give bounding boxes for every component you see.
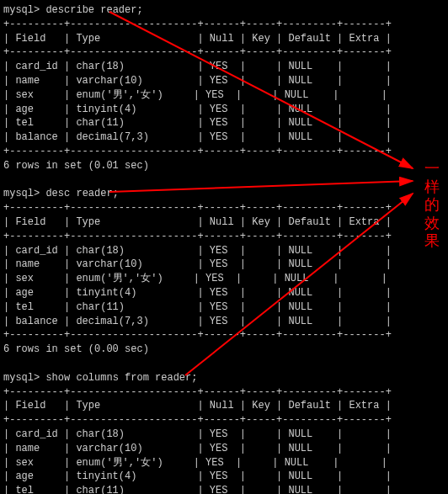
table-border: +---------+---------------------+------+…: [3, 413, 448, 428]
table-row: | age | tinyint(4) | YES | | NULL | |: [3, 470, 448, 484]
table-row: | age | tinyint(4) | YES | | NULL | |: [3, 103, 448, 117]
table-row: | age | tinyint(4) | YES | | NULL | |: [3, 286, 448, 300]
prompt: mysql>: [3, 372, 40, 384]
footer-line: 6 rows in set (0.00 sec): [3, 343, 448, 357]
command-text: show columns from reader;: [45, 372, 197, 384]
table-row: | balance | decimal(7,3) | YES | | NULL …: [3, 130, 448, 145]
blank-line: [3, 173, 448, 188]
table-border: +---------+---------------------+------+…: [3, 145, 448, 159]
table-border: +---------+---------------------+------+…: [3, 230, 448, 244]
table-row: | name | varchar(10) | YES | | NULL | |: [3, 74, 448, 88]
command-line: mysql> describe reader;: [3, 3, 448, 18]
table-row: | tel | char(11) | YES | | NULL | |: [3, 484, 448, 494]
table-border: +---------+---------------------+------+…: [3, 201, 448, 215]
command-line: mysql> show columns from reader;: [3, 371, 448, 385]
table-border: +---------+---------------------+------+…: [3, 18, 448, 32]
table-row: | tel | char(11) | YES | | NULL | |: [3, 116, 448, 130]
table-header: | Field | Type | Null | Key | Default | …: [3, 399, 448, 413]
command-text: desc reader;: [45, 188, 118, 199]
prompt: mysql>: [3, 188, 40, 199]
table-row: | card_id | char(18) | YES | | NULL | |: [3, 60, 448, 74]
table-border: +---------+---------------------+------+…: [3, 385, 448, 400]
table-header: | Field | Type | Null | Key | Default | …: [3, 32, 448, 46]
table-row: | name | varchar(10) | YES | | NULL | |: [3, 442, 448, 456]
command-line: mysql> desc reader;: [3, 187, 448, 201]
footer-line: 6 rows in set (0.01 sec): [3, 159, 448, 173]
table-row: | card_id | char(18) | YES | | NULL | |: [3, 428, 448, 442]
table-row: | balance | decimal(7,3) | YES | | NULL …: [3, 315, 448, 329]
table-row: | card_id | char(18) | YES | | NULL | |: [3, 244, 448, 258]
table-header: | Field | Type | Null | Key | Default | …: [3, 215, 448, 230]
blank-line: [3, 357, 448, 371]
table-row: | tel | char(11) | YES | | NULL | |: [3, 300, 448, 315]
command-text: describe reader;: [45, 4, 142, 16]
prompt: mysql>: [3, 4, 40, 16]
terminal-output: mysql> describe reader; +---------+-----…: [3, 3, 448, 494]
table-border: +---------+---------------------+------+…: [3, 328, 448, 343]
table-border: +---------+---------------------+------+…: [3, 45, 448, 60]
annotation-text: 一样的效果: [423, 160, 441, 251]
table-row: | sex | enum('男','女') | YES | | NULL | |: [3, 88, 448, 103]
table-row: | sex | enum('男','女') | YES | | NULL | |: [3, 272, 448, 286]
table-row: | sex | enum('男','女') | YES | | NULL | |: [3, 456, 448, 470]
table-row: | name | varchar(10) | YES | | NULL | |: [3, 258, 448, 272]
